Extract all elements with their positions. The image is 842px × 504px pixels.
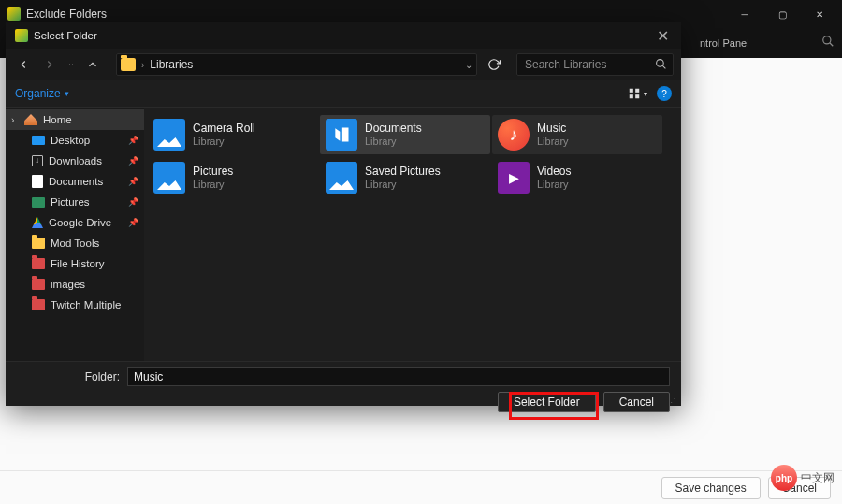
library-item-documents[interactable]: Documents Library bbox=[320, 115, 490, 154]
watermark-text: 中文网 bbox=[801, 470, 835, 486]
chevron-down-icon[interactable]: ⌄ bbox=[465, 60, 472, 70]
parent-window-title: Exclude Folders bbox=[7, 7, 107, 21]
app-icon bbox=[7, 7, 21, 21]
item-name: Videos bbox=[537, 165, 571, 178]
dialog-title: Select Folder bbox=[15, 29, 97, 42]
search-input[interactable]: Search Libraries bbox=[516, 53, 674, 76]
sidebar-item-file-history[interactable]: File History bbox=[6, 253, 144, 274]
sidebar-item-twitch-multiple[interactable]: Twitch Multiple bbox=[6, 295, 144, 315]
item-name: Pictures bbox=[193, 165, 233, 178]
search-icon bbox=[655, 58, 667, 73]
documents-icon bbox=[32, 175, 43, 188]
sidebar-item-label: File History bbox=[51, 258, 105, 269]
organize-menu[interactable]: Organize ▾ bbox=[15, 87, 69, 100]
refresh-button[interactable] bbox=[483, 53, 505, 76]
svg-rect-7 bbox=[635, 94, 639, 98]
sidebar-item-images[interactable]: images bbox=[6, 274, 144, 295]
folder-name-value: Music bbox=[134, 370, 163, 383]
help-icon[interactable]: ? bbox=[657, 86, 672, 101]
library-item-pictures[interactable]: Pictures Library bbox=[148, 158, 318, 197]
parent-title-text: Exclude Folders bbox=[26, 7, 107, 21]
folder-icon bbox=[32, 238, 45, 249]
pictures-icon bbox=[32, 197, 45, 208]
google-drive-icon bbox=[32, 217, 43, 228]
dialog-titlebar: Select Folder ✕ bbox=[6, 22, 681, 49]
sidebar: Home Desktop 📌 Downloads 📌 Documents 📌 P… bbox=[6, 108, 144, 361]
view-options-button[interactable]: ▾ bbox=[627, 87, 647, 100]
item-name: Documents bbox=[365, 122, 422, 135]
item-subtext: Library bbox=[193, 136, 255, 148]
sidebar-item-label: images bbox=[51, 279, 85, 290]
folder-icon bbox=[32, 299, 45, 310]
svg-line-3 bbox=[662, 65, 665, 68]
folder-icon bbox=[32, 258, 45, 269]
item-name: Music bbox=[537, 122, 569, 135]
resize-grip[interactable]: ⋰ bbox=[670, 395, 679, 404]
save-changes-button[interactable]: Save changes bbox=[661, 477, 761, 499]
documents-library-icon bbox=[326, 119, 357, 151]
sidebar-item-mod-tools[interactable]: Mod Tools bbox=[6, 233, 144, 253]
item-subtext: Library bbox=[193, 179, 233, 191]
item-subtext: Library bbox=[537, 136, 569, 148]
pin-icon: 📌 bbox=[128, 218, 138, 227]
pin-icon: 📌 bbox=[128, 136, 138, 145]
pin-icon: 📌 bbox=[128, 197, 138, 207]
sidebar-item-label: Desktop bbox=[51, 135, 90, 146]
library-item-music[interactable]: Music Library bbox=[492, 115, 662, 154]
dialog-toolbar: Organize ▾ ▾ ? bbox=[6, 80, 681, 107]
dialog-title-text: Select Folder bbox=[34, 30, 97, 41]
item-name: Saved Pictures bbox=[365, 165, 441, 178]
php-logo-icon: php bbox=[771, 465, 797, 491]
search-placeholder: Search Libraries bbox=[525, 58, 606, 71]
video-library-icon bbox=[498, 162, 530, 194]
sidebar-item-label: Google Drive bbox=[49, 217, 111, 228]
item-subtext: Library bbox=[537, 179, 571, 191]
sidebar-item-desktop[interactable]: Desktop 📌 bbox=[6, 130, 144, 151]
sidebar-item-google-drive[interactable]: Google Drive 📌 bbox=[6, 212, 144, 233]
dialog-body: Home Desktop 📌 Downloads 📌 Documents 📌 P… bbox=[6, 107, 681, 361]
dialog-app-icon bbox=[15, 29, 28, 42]
search-icon[interactable] bbox=[821, 35, 835, 51]
select-folder-dialog: Select Folder ✕ › Libraries ⌄ Search Lib… bbox=[6, 22, 681, 406]
svg-rect-4 bbox=[630, 89, 633, 93]
folder-name-input[interactable]: Music bbox=[127, 367, 670, 386]
folder-name-label: Folder: bbox=[17, 370, 120, 383]
up-button[interactable] bbox=[82, 54, 103, 75]
library-item-videos[interactable]: Videos Library bbox=[492, 158, 662, 197]
sidebar-item-home[interactable]: Home bbox=[6, 109, 144, 130]
desktop-icon bbox=[32, 136, 45, 145]
close-button[interactable]: ✕ bbox=[801, 1, 838, 27]
control-panel-label: ntrol Panel bbox=[700, 37, 749, 49]
minimize-button[interactable]: ─ bbox=[726, 1, 763, 27]
sidebar-item-pictures[interactable]: Pictures 📌 bbox=[6, 192, 144, 212]
home-icon bbox=[24, 114, 37, 125]
back-button[interactable] bbox=[13, 54, 34, 75]
pin-icon: 📌 bbox=[128, 177, 138, 186]
sidebar-item-label: Mod Tools bbox=[51, 238, 99, 249]
sidebar-item-downloads[interactable]: Downloads 📌 bbox=[6, 151, 144, 171]
address-text: Libraries bbox=[150, 58, 193, 71]
maximize-button[interactable]: ▢ bbox=[763, 1, 801, 27]
picture-library-icon bbox=[153, 162, 185, 194]
chevron-right-icon: › bbox=[141, 60, 144, 70]
dialog-cancel-button[interactable]: Cancel bbox=[603, 392, 670, 412]
item-subtext: Library bbox=[365, 136, 422, 148]
sidebar-item-label: Downloads bbox=[49, 155, 102, 166]
select-folder-button[interactable]: Select Folder bbox=[498, 392, 596, 412]
library-item-saved-pictures[interactable]: Saved Pictures Library bbox=[320, 158, 490, 197]
forward-button[interactable] bbox=[39, 54, 60, 75]
address-bar[interactable]: › Libraries ⌄ bbox=[116, 53, 477, 76]
item-name: Camera Roll bbox=[193, 122, 255, 135]
svg-rect-6 bbox=[630, 94, 633, 98]
main-pane: Camera Roll Library Documents Library Mu… bbox=[144, 108, 681, 361]
parent-footer: Save changes Cancel bbox=[0, 470, 842, 504]
svg-point-2 bbox=[657, 60, 664, 67]
pin-icon: 📌 bbox=[128, 156, 138, 166]
dialog-close-button[interactable]: ✕ bbox=[647, 24, 677, 47]
organize-label: Organize bbox=[15, 87, 61, 100]
sidebar-item-documents[interactable]: Documents 📌 bbox=[6, 171, 144, 192]
sidebar-item-label: Home bbox=[43, 114, 72, 125]
recent-dropdown[interactable] bbox=[65, 54, 77, 75]
watermark-badge: php 中文网 bbox=[771, 465, 835, 491]
library-item-camera-roll[interactable]: Camera Roll Library bbox=[148, 115, 318, 154]
